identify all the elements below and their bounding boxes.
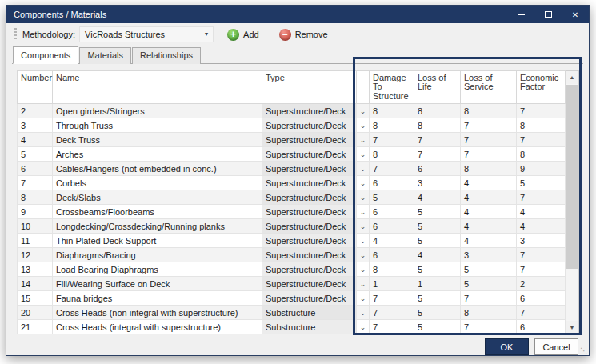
cell-damage-to-structure[interactable]: 6: [370, 176, 414, 190]
cell-loss-of-life[interactable]: 7: [414, 133, 461, 147]
cell-damage-to-structure[interactable]: 7: [370, 291, 414, 306]
cell-economic-factor[interactable]: 8: [517, 118, 566, 133]
cell-damage-to-structure[interactable]: 8: [370, 262, 414, 277]
cell-loss-of-service[interactable]: 5: [461, 277, 517, 291]
cell-loss-of-service[interactable]: 3: [461, 248, 517, 262]
header-economic-factor[interactable]: Economic Factor: [517, 70, 566, 104]
cell-type-dropdown[interactable]: Superstructure/Deck: [262, 234, 357, 248]
ok-button[interactable]: OK: [485, 338, 529, 355]
cell-economic-factor[interactable]: 4: [517, 205, 566, 219]
cell-loss-of-life[interactable]: 4: [414, 248, 461, 262]
cell-damage-to-structure[interactable]: 8: [370, 118, 414, 133]
cell-loss-of-life[interactable]: 1: [414, 277, 461, 291]
table-row[interactable]: 10Longdecking/Crossdecking/Running plank…: [18, 219, 566, 234]
cell-economic-factor[interactable]: 7: [517, 190, 566, 205]
cell-loss-of-service[interactable]: 5: [461, 262, 517, 277]
header-loss-of-life[interactable]: Loss of Life: [414, 70, 461, 104]
cell-damage-to-structure[interactable]: 1: [370, 277, 414, 291]
cell-loss-of-life[interactable]: 5: [414, 205, 461, 219]
cell-economic-factor[interactable]: 7: [517, 262, 566, 277]
cell-economic-factor[interactable]: 7: [517, 248, 566, 262]
cell-loss-of-life[interactable]: 6: [414, 162, 461, 176]
table-row[interactable]: 2Open girders/StringersSuperstructure/De…: [18, 104, 566, 118]
cell-loss-of-service[interactable]: 7: [461, 147, 517, 162]
cell-damage-to-structure[interactable]: 7: [370, 162, 414, 176]
resize-grip[interactable]: ⋱: [580, 347, 588, 355]
table-row[interactable]: 11Thin Plated Deck SupportSuperstructure…: [18, 234, 566, 248]
table-row[interactable]: 14Fill/Wearing Surface on DeckSuperstruc…: [18, 277, 566, 291]
table-row[interactable]: 4Deck TrussSuperstructure/Deck⌄7777: [18, 133, 566, 147]
table-row[interactable]: 3Through TrussSuperstructure/Deck⌄8878: [18, 118, 566, 133]
cell-loss-of-service[interactable]: 7: [461, 118, 517, 133]
scroll-up-icon[interactable]: ▲: [566, 71, 578, 84]
table-row[interactable]: 21Cross Heads (integral with superstruct…: [18, 320, 566, 334]
cell-type-dropdown[interactable]: Superstructure/Deck: [262, 147, 357, 162]
close-button[interactable]: ✕: [562, 6, 589, 23]
chevron-down-icon[interactable]: ⌄: [357, 219, 370, 234]
cell-damage-to-structure[interactable]: 6: [370, 248, 414, 262]
cell-economic-factor[interactable]: 3: [517, 234, 566, 248]
tab-materials[interactable]: Materials: [79, 47, 131, 64]
cell-loss-of-service[interactable]: 8: [461, 306, 517, 320]
table-row[interactable]: 8Deck/SlabsSuperstructure/Deck⌄5447: [18, 190, 566, 205]
cell-loss-of-life[interactable]: 5: [414, 234, 461, 248]
cell-loss-of-service[interactable]: 4: [461, 176, 517, 190]
chevron-down-icon[interactable]: ⌄: [357, 205, 370, 219]
cell-loss-of-service[interactable]: 7: [461, 320, 517, 334]
cell-loss-of-life[interactable]: 5: [414, 219, 461, 234]
chevron-down-icon[interactable]: ⌄: [357, 147, 370, 162]
cell-damage-to-structure[interactable]: 6: [370, 219, 414, 234]
cell-damage-to-structure[interactable]: 7: [370, 320, 414, 334]
cell-damage-to-structure[interactable]: 4: [370, 234, 414, 248]
cell-type-dropdown[interactable]: Superstructure/Deck: [262, 118, 357, 133]
header-damage-to-structure[interactable]: Damage To Structure: [370, 70, 414, 104]
scroll-down-icon[interactable]: ▼: [566, 321, 578, 334]
cell-economic-factor[interactable]: 7: [517, 306, 566, 320]
cell-loss-of-life[interactable]: 5: [414, 262, 461, 277]
chevron-down-icon[interactable]: ⌄: [357, 306, 370, 320]
table-row[interactable]: 7CorbelsSuperstructure/Deck⌄6345: [18, 176, 566, 190]
cell-type-dropdown[interactable]: Superstructure/Deck: [262, 176, 357, 190]
cell-damage-to-structure[interactable]: 7: [370, 306, 414, 320]
table-row[interactable]: 5ArchesSuperstructure/Deck⌄8778: [18, 147, 566, 162]
header-name[interactable]: Name: [53, 70, 262, 104]
chevron-down-icon[interactable]: ⌄: [357, 133, 370, 147]
add-button[interactable]: + Add: [221, 26, 266, 43]
cell-loss-of-service[interactable]: 7: [461, 291, 517, 306]
cell-loss-of-life[interactable]: 5: [414, 320, 461, 334]
minimize-button[interactable]: [507, 6, 534, 23]
header-number[interactable]: Number: [18, 70, 53, 104]
cell-loss-of-service[interactable]: 8: [461, 104, 517, 118]
scrollbar-thumb[interactable]: [566, 85, 578, 269]
cell-damage-to-structure[interactable]: 7: [370, 133, 414, 147]
chevron-down-icon[interactable]: ⌄: [357, 176, 370, 190]
cell-economic-factor[interactable]: 6: [517, 320, 566, 334]
table-row[interactable]: 13Load Bearing DiaphragmsSuperstructure/…: [18, 262, 566, 277]
chevron-down-icon[interactable]: ⌄: [357, 248, 370, 262]
cancel-button[interactable]: Cancel: [534, 338, 578, 355]
cell-loss-of-life[interactable]: 8: [414, 104, 461, 118]
cell-type-dropdown[interactable]: Substructure: [262, 320, 357, 334]
cell-loss-of-life[interactable]: 4: [414, 190, 461, 205]
chevron-down-icon[interactable]: ⌄: [357, 234, 370, 248]
cell-economic-factor[interactable]: 8: [517, 147, 566, 162]
cell-economic-factor[interactable]: 4: [517, 219, 566, 234]
cell-loss-of-service[interactable]: 8: [461, 162, 517, 176]
tab-relationships[interactable]: Relationships: [132, 47, 201, 64]
cell-economic-factor[interactable]: 2: [517, 277, 566, 291]
cell-type-dropdown[interactable]: Superstructure/Deck: [262, 104, 357, 118]
chevron-down-icon[interactable]: ⌄: [357, 262, 370, 277]
cell-loss-of-life[interactable]: 5: [414, 306, 461, 320]
cell-type-dropdown[interactable]: Superstructure/Deck: [262, 248, 357, 262]
vertical-scrollbar[interactable]: ▲ ▼: [566, 70, 579, 335]
cell-damage-to-structure[interactable]: 5: [370, 190, 414, 205]
cell-loss-of-service[interactable]: 4: [461, 190, 517, 205]
chevron-down-icon[interactable]: ⌄: [357, 118, 370, 133]
title-bar[interactable]: Components / Materials ✕: [6, 6, 589, 23]
cell-economic-factor[interactable]: 7: [517, 104, 566, 118]
cell-economic-factor[interactable]: 5: [517, 176, 566, 190]
cell-economic-factor[interactable]: 9: [517, 162, 566, 176]
chevron-down-icon[interactable]: ⌄: [357, 190, 370, 205]
toolbar-grip-handle[interactable]: [14, 28, 17, 41]
cell-type-dropdown[interactable]: Superstructure/Deck: [262, 205, 357, 219]
